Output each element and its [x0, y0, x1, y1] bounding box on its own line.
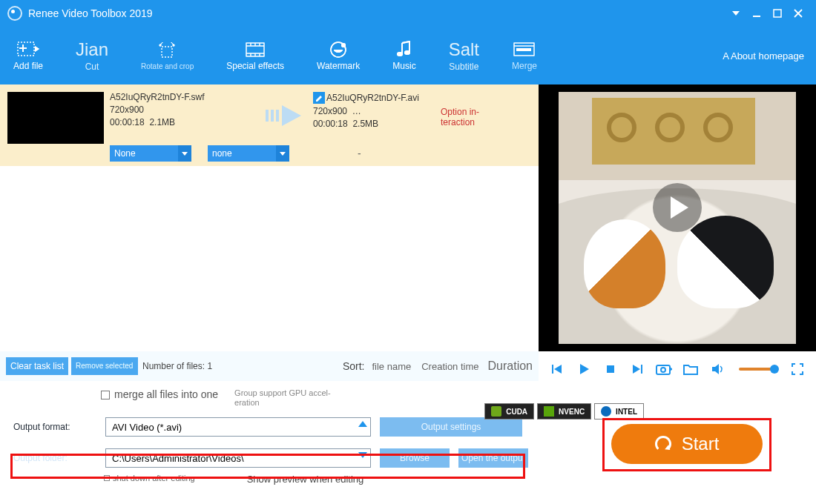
close-button[interactable]	[788, 3, 809, 24]
shutdown-checkbox[interactable]: shut down after editing	[104, 474, 195, 485]
dest-resolution: 720x900	[313, 106, 347, 116]
rotate-crop-label: Rotate and crop	[141, 62, 194, 70]
chevron-down-icon	[276, 145, 289, 162]
merge-label: Merge	[512, 61, 537, 71]
about-link[interactable]: A About homepage	[723, 50, 804, 62]
sort-filename[interactable]: file name	[372, 361, 411, 372]
maximize-button[interactable]	[767, 3, 788, 24]
dest-dur-size: 00:00:18 2.5MB	[313, 119, 424, 129]
stop-button[interactable]	[602, 361, 619, 377]
output-settings-button[interactable]: Output settings	[380, 417, 522, 437]
chevron-down-icon	[178, 145, 191, 162]
source-filename: A52IuQRyR2tnDY-F.swf	[110, 92, 255, 102]
subtitle-button[interactable]: Salt Subtitle	[449, 39, 479, 72]
dash-label: -	[358, 147, 361, 159]
app-logo-icon	[7, 6, 22, 21]
chevron-up-icon	[358, 421, 367, 427]
svg-rect-33	[641, 365, 642, 374]
sort-label: Sort:	[343, 360, 365, 372]
nvenc-chip: NVENC	[537, 403, 591, 420]
gpu-accel-text: Group support GPU accel­eration	[234, 388, 346, 407]
merge-checkbox[interactable]: merge all files into one	[101, 388, 218, 400]
sort-creation[interactable]: Creation time	[421, 361, 478, 372]
prev-button[interactable]	[549, 361, 565, 377]
add-file-button[interactable]: Add file	[13, 40, 43, 71]
volume-icon[interactable]	[709, 361, 725, 377]
merge-icon	[513, 40, 536, 59]
source-dur-size: 00:00:18 2.1MB	[110, 117, 255, 127]
music-button[interactable]: Music	[392, 40, 415, 71]
jian-label: Jian	[76, 39, 108, 60]
svg-point-22	[404, 50, 410, 55]
dest-filename: A52IuQRyR2tnDY-F.avi	[313, 92, 424, 104]
browse-button[interactable]: Browse	[380, 448, 450, 468]
volume-slider[interactable]	[739, 368, 776, 371]
svg-point-8	[159, 44, 161, 46]
add-file-label: Add file	[13, 61, 43, 71]
task-list: A52IuQRyR2tnDY-F.swf 720x900 00:00:18 2.…	[0, 84, 539, 351]
cut-button[interactable]: Jian Cut	[76, 39, 108, 72]
open-output-button[interactable]: Open the output	[458, 448, 528, 468]
watermark-button[interactable]: Watermark	[317, 40, 360, 71]
option-interaction-link[interactable]: Option in­teraction	[441, 107, 485, 163]
add-file-icon	[17, 40, 39, 59]
svg-point-35	[661, 368, 665, 372]
effects-button[interactable]: Special effects	[226, 40, 284, 71]
svg-rect-29	[276, 110, 279, 122]
chevron-down-icon	[358, 452, 367, 458]
music-label: Music	[392, 61, 415, 71]
svg-point-20	[341, 43, 346, 47]
svg-rect-34	[657, 365, 670, 374]
merge-button[interactable]: Merge	[512, 40, 537, 71]
svg-rect-26	[516, 48, 531, 51]
preset-dropdown-2[interactable]: none	[208, 145, 289, 162]
next-button[interactable]	[629, 361, 645, 377]
play-overlay-icon[interactable]	[653, 183, 702, 232]
effects-label: Special effects	[226, 61, 284, 71]
watermark-icon	[327, 40, 349, 59]
svg-rect-28	[271, 110, 274, 122]
play-button[interactable]	[576, 361, 592, 377]
sort-duration[interactable]: Duration	[488, 359, 533, 373]
preview-frame[interactable]	[559, 92, 796, 344]
dest-more: …	[352, 106, 361, 116]
clear-task-list-button[interactable]: Clear task list	[6, 357, 68, 375]
preset-dropdown-1[interactable]: None	[110, 145, 191, 162]
rotate-crop-button[interactable]: Rotate and crop	[141, 42, 194, 70]
subtitle-label: Subtitle	[449, 62, 478, 72]
edit-icon[interactable]	[313, 92, 325, 104]
open-folder-icon[interactable]	[682, 361, 699, 377]
svg-rect-31	[552, 365, 553, 374]
minimize-button[interactable]	[746, 3, 767, 24]
music-icon	[393, 40, 415, 59]
options-dropdown-icon[interactable]	[725, 3, 746, 24]
snapshot-button[interactable]	[656, 361, 672, 377]
refresh-icon	[655, 436, 671, 452]
convert-arrow-icon	[264, 102, 304, 129]
intel-chip: INTEL	[594, 403, 644, 420]
window-title: Renee Video Toolbox 2019	[28, 7, 153, 19]
svg-rect-27	[266, 110, 269, 122]
rotate-crop-icon	[157, 42, 179, 61]
gpu-chips: CUDA NVENC INTEL	[484, 403, 644, 420]
output-format-combo[interactable]: AVI Video (*.avi)	[105, 417, 371, 437]
start-button[interactable]: Start	[611, 424, 763, 464]
preview-pane	[539, 84, 816, 351]
svg-rect-1	[774, 10, 781, 17]
file-count-label: Number of files: 1	[142, 361, 212, 371]
output-folder-label: Output folder:	[13, 453, 96, 463]
fullscreen-button[interactable]	[789, 361, 806, 377]
remove-selected-button[interactable]: Remove select­ed	[71, 357, 138, 375]
main-toolbar: Add file Jian Cut Rotate and crop Specia…	[0, 27, 816, 84]
source-thumbnail	[7, 92, 104, 144]
show-preview-label: Show preview when editing	[247, 474, 364, 485]
effects-icon	[244, 40, 266, 59]
svg-rect-6	[19, 47, 27, 49]
svg-rect-32	[607, 365, 614, 373]
watermark-label: Watermark	[317, 61, 360, 71]
source-resolution: 720x900	[110, 105, 255, 115]
svg-rect-7	[162, 47, 172, 57]
output-folder-combo[interactable]: C:\Users\Administrator\Videos\	[105, 448, 371, 468]
title-bar: Renee Video Toolbox 2019	[0, 0, 816, 27]
file-row[interactable]: A52IuQRyR2tnDY-F.swf 720x900 00:00:18 2.…	[0, 84, 539, 166]
